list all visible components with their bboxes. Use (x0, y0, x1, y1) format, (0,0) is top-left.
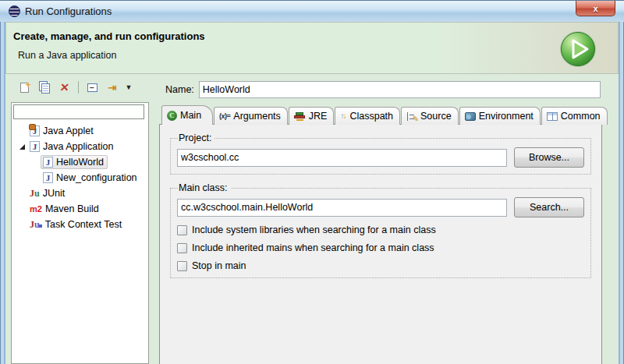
tree-item-label: Task Context Test (45, 219, 122, 230)
dialog-content: + ✕ − ⇥ (5, 74, 619, 364)
tree-item-new-configuration[interactable]: J New_configuration (12, 170, 148, 186)
tree-item-label: Java Application (43, 141, 113, 152)
include-system-libraries-row: Include system libraries when searching … (177, 224, 584, 235)
source-tab-icon: ✎ (406, 111, 417, 122)
filter-menu-button[interactable]: ▼ (122, 78, 135, 97)
main-class-group: Main class: Search... Include system lib… (170, 182, 591, 278)
run-play-icon (558, 30, 597, 69)
tab-classpath[interactable]: ↑↓ Classpath (335, 107, 400, 125)
java-application-icon: J (30, 141, 40, 152)
tree-item-label: JUnit (43, 188, 65, 199)
selected-tree-item[interactable]: J HelloWorld (41, 155, 108, 169)
filter-configurations-button[interactable]: ⇥ (102, 78, 122, 97)
junit-icon: Ju (30, 189, 40, 198)
window-title: Run Configurations (25, 5, 112, 17)
close-button[interactable]: x (576, 1, 615, 16)
expander-expanded-icon[interactable] (20, 144, 25, 150)
header-title: Create, manage, and run configurations (13, 30, 205, 42)
configurations-tree: J Java Applet J Java Application (11, 102, 149, 364)
java-applet-icon: J (30, 125, 40, 136)
jre-tab-icon (294, 111, 306, 122)
dialog-header: Create, manage, and run configurations R… (5, 22, 619, 74)
task-context-test-icon: Ju (30, 220, 42, 229)
close-icon: x (593, 4, 597, 13)
main-tab-content: Project: Browse... Main class: Search... (159, 124, 602, 364)
include-system-libraries-checkbox[interactable] (177, 225, 187, 235)
header-subtitle: Run a Java application (18, 50, 116, 61)
filter-input[interactable] (13, 104, 144, 119)
browse-button[interactable]: Browse... (514, 147, 584, 168)
common-tab-icon (547, 112, 558, 121)
classpath-tab-icon: ↑↓ (340, 112, 346, 120)
tab-jre[interactable]: JRE (289, 107, 335, 125)
run-configurations-dialog: Run Configurations x Create, manage, and… (0, 0, 624, 364)
window-frame-right (619, 22, 624, 364)
arguments-tab-icon: (x)= (219, 112, 230, 120)
main-tab-icon: C (167, 111, 177, 121)
configurations-toolbar: + ✕ − ⇥ (11, 76, 149, 99)
tree-item-label: HelloWorld (56, 157, 104, 168)
tab-common[interactable]: Common (541, 107, 608, 125)
tab-arguments[interactable]: (x)= Arguments (214, 107, 288, 125)
chevron-down-icon: ▼ (126, 83, 133, 91)
java-application-icon: J (43, 172, 53, 183)
include-inherited-mains-checkbox[interactable] (177, 243, 187, 253)
title-bar[interactable]: Run Configurations x (0, 1, 624, 23)
delete-icon: ✕ (59, 82, 70, 93)
tree-item-junit[interactable]: Ju JUnit (12, 186, 148, 201)
maven-icon: m2 (30, 204, 42, 214)
tree-item-java-applet[interactable]: J Java Applet (12, 123, 148, 139)
name-row: Name: (165, 81, 601, 98)
new-configuration-icon: + (20, 83, 29, 93)
tab-main[interactable]: C Main (161, 105, 213, 125)
tree-item-label: Java Applet (43, 125, 94, 136)
name-input[interactable] (199, 81, 601, 98)
delete-configuration-button[interactable]: ✕ (55, 78, 75, 97)
tab-environment[interactable]: Environment (459, 107, 541, 125)
configuration-detail-panel: Name: C Main (x)= Arguments JRE (159, 76, 602, 364)
new-configuration-button[interactable]: + (14, 78, 34, 97)
tree-item-java-application[interactable]: J Java Application (12, 139, 148, 154)
stop-in-main-row: Stop in main (177, 260, 584, 271)
tree-item-label: Maven Build (45, 203, 99, 214)
environment-tab-icon (465, 112, 476, 121)
collapse-all-button[interactable]: − (82, 78, 102, 97)
main-class-input[interactable] (177, 199, 507, 217)
filter-icon: ⇥ (108, 82, 117, 94)
tree-item-label: New_configuration (56, 172, 137, 183)
tab-source[interactable]: ✎ Source (401, 107, 459, 125)
tree-item-maven-build[interactable]: m2 Maven Build (12, 201, 148, 217)
configurations-panel: + ✕ − ⇥ (11, 76, 149, 364)
checkbox-label: Include system libraries when searching … (192, 224, 436, 235)
project-input[interactable] (177, 149, 507, 167)
tree-item-task-context-test[interactable]: Ju Task Context Test (12, 217, 148, 232)
include-inherited-mains-row: Include inherited mains when searching f… (177, 242, 584, 253)
tree-item-helloworld[interactable]: J HelloWorld (12, 154, 148, 170)
duplicate-icon (39, 81, 51, 94)
project-label: Project: (178, 133, 214, 143)
project-group: Project: Browse... (170, 133, 591, 175)
duplicate-configuration-button[interactable] (34, 78, 55, 97)
collapse-all-icon: − (87, 83, 98, 92)
checkbox-label: Include inherited mains when searching f… (192, 242, 434, 253)
search-button[interactable]: Search... (514, 197, 584, 217)
eclipse-app-icon (9, 5, 20, 17)
java-application-icon: J (43, 157, 53, 168)
stop-in-main-checkbox[interactable] (177, 261, 187, 271)
checkbox-label: Stop in main (192, 260, 246, 271)
tree-list: J Java Applet J Java Application (12, 123, 148, 232)
tab-bar: C Main (x)= Arguments JRE ↑↓ Classpath (161, 105, 602, 125)
toolbar-separator (78, 81, 79, 94)
window-frame-left (0, 22, 5, 364)
main-class-label: Main class: (178, 182, 231, 193)
name-label: Name: (165, 84, 194, 95)
